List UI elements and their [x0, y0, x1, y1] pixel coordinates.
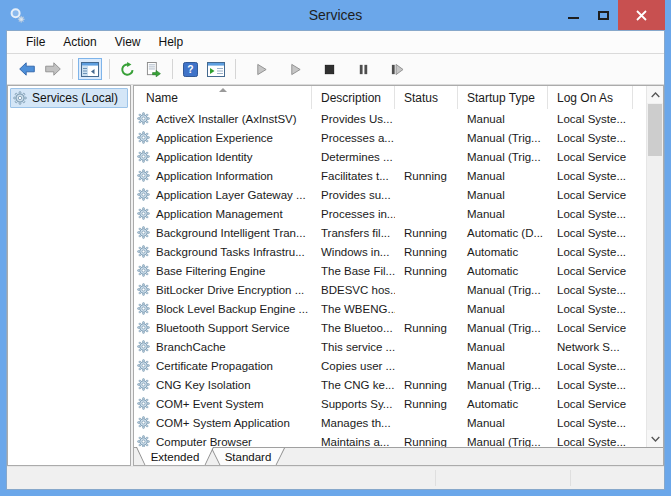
service-description: Copies user ...: [312, 356, 395, 375]
service-log-on-as: Local Syste...: [548, 223, 633, 242]
service-row[interactable]: Background Intelligent Tran...Transfers …: [134, 223, 646, 242]
column-header-description[interactable]: Description: [312, 86, 395, 109]
tab-standard[interactable]: Standard: [211, 448, 285, 466]
forward-button[interactable]: [41, 58, 65, 80]
forward-icon: [45, 62, 61, 76]
service-status: Running: [395, 261, 458, 280]
restart-service-button[interactable]: [385, 58, 409, 80]
service-row[interactable]: Computer BrowserMaintains a...RunningMan…: [134, 432, 646, 447]
service-startup-type: Manual (Trig...: [458, 128, 548, 147]
service-row[interactable]: Application IdentityDetermines ...Manual…: [134, 147, 646, 166]
back-icon: [19, 62, 35, 76]
refresh-button[interactable]: [115, 58, 139, 80]
service-row[interactable]: Application Layer Gateway ...Provides su…: [134, 185, 646, 204]
scroll-down-button[interactable]: [647, 430, 663, 447]
gear-icon: [137, 320, 152, 335]
service-row[interactable]: ActiveX Installer (AxInstSV)Provides Us.…: [134, 109, 646, 128]
sort-ascending-icon: [219, 88, 227, 92]
service-description: Processes a...: [312, 128, 395, 147]
service-log-on-as: Local Syste...: [548, 299, 633, 318]
gear-icon: [137, 244, 152, 259]
service-row[interactable]: COM+ System ApplicationManages th...Manu…: [134, 413, 646, 432]
service-name: Application Management: [156, 208, 283, 220]
service-log-on-as: Local Syste...: [548, 413, 633, 432]
service-row[interactable]: COM+ Event SystemSupports Sy...RunningAu…: [134, 394, 646, 413]
service-row[interactable]: Certificate PropagationCopies user ...Ma…: [134, 356, 646, 375]
service-description: The Base Fil...: [312, 261, 395, 280]
service-row[interactable]: BitLocker Drive Encryption ...BDESVC hos…: [134, 280, 646, 299]
gear-icon: [137, 301, 152, 316]
minimize-button[interactable]: [558, 0, 588, 30]
tree-item-services-local[interactable]: Services (Local): [10, 88, 128, 108]
stop-service-button[interactable]: [317, 58, 341, 80]
service-description: The CNG ke...: [312, 375, 395, 394]
service-status: [395, 147, 458, 166]
tree-item-label: Services (Local): [32, 91, 118, 105]
tab-extended[interactable]: Extended: [136, 447, 214, 466]
service-row[interactable]: Background Tasks Infrastru...Windows in.…: [134, 242, 646, 261]
service-row[interactable]: Application ExperienceProcesses a...Manu…: [134, 128, 646, 147]
gear-icon: [137, 168, 152, 183]
service-startup-type: Manual: [458, 337, 548, 356]
service-row[interactable]: Application ManagementProcesses in...Man…: [134, 204, 646, 223]
help-button[interactable]: ?: [178, 58, 202, 80]
scrollbar-thumb[interactable]: [648, 104, 662, 156]
vertical-scrollbar[interactable]: [646, 86, 663, 447]
menu-help[interactable]: Help: [150, 32, 193, 52]
show-console-tree-button[interactable]: [78, 58, 102, 80]
service-name: Certificate Propagation: [156, 360, 273, 372]
service-startup-type: Manual (Trig...: [458, 432, 548, 447]
gear-icon: [137, 187, 152, 202]
pause-service-button[interactable]: [351, 58, 375, 80]
column-header-status[interactable]: Status: [395, 86, 458, 109]
menu-view[interactable]: View: [106, 32, 150, 52]
tab-extended-label: Extended: [136, 447, 214, 466]
refresh-icon: [120, 62, 135, 77]
close-button[interactable]: [618, 0, 665, 30]
resume-service-button[interactable]: [283, 58, 307, 80]
service-row[interactable]: Bluetooth Support ServiceThe Bluetoo...R…: [134, 318, 646, 337]
maximize-button[interactable]: [588, 0, 618, 30]
status-bar: [7, 466, 664, 489]
stop-service-icon: [323, 63, 336, 76]
column-header-log-on-as[interactable]: Log On As: [548, 86, 633, 109]
service-log-on-as: Network S...: [548, 337, 633, 356]
service-row[interactable]: Base Filtering EngineThe Base Fil...Runn…: [134, 261, 646, 280]
toolbar-separator: [235, 59, 236, 79]
service-row[interactable]: CNG Key IsolationThe CNG ke...RunningMan…: [134, 375, 646, 394]
service-startup-type: Manual: [458, 356, 548, 375]
column-header-name[interactable]: Name: [134, 86, 312, 109]
service-startup-type: Manual (Trig...: [458, 147, 548, 166]
service-name: COM+ Event System: [156, 398, 264, 410]
service-status: [395, 337, 458, 356]
gear-icon: [137, 225, 152, 240]
back-button[interactable]: [15, 58, 39, 80]
pause-service-icon: [357, 63, 370, 76]
service-log-on-as: Local Syste...: [548, 375, 633, 394]
service-log-on-as: Local Syste...: [548, 204, 633, 223]
export-list-button[interactable]: [141, 58, 165, 80]
service-log-on-as: Local Syste...: [548, 356, 633, 375]
service-row[interactable]: BranchCacheThis service ...ManualNetwork…: [134, 337, 646, 356]
service-startup-type: Manual: [458, 413, 548, 432]
service-description: BDESVC hos...: [312, 280, 395, 299]
gear-icon: [137, 396, 152, 411]
service-name: Background Tasks Infrastru...: [156, 246, 305, 258]
scroll-up-button[interactable]: [647, 86, 663, 103]
service-name: Base Filtering Engine: [156, 265, 265, 277]
service-row[interactable]: Block Level Backup Engine ...The WBENG..…: [134, 299, 646, 318]
service-startup-type: Manual: [458, 109, 548, 128]
service-row[interactable]: Application InformationFacilitates t...R…: [134, 166, 646, 185]
gear-icon: [137, 282, 152, 297]
toolbar-separator: [172, 59, 173, 79]
menu-file[interactable]: File: [17, 32, 54, 52]
service-status: Running: [395, 223, 458, 242]
show-action-pane-button[interactable]: [204, 58, 228, 80]
tab-standard-label: Standard: [211, 448, 285, 466]
service-description: The Bluetoo...: [312, 318, 395, 337]
menu-action[interactable]: Action: [54, 32, 105, 52]
service-description: Determines ...: [312, 147, 395, 166]
client-area: File Action View Help: [6, 30, 665, 490]
start-service-button[interactable]: [249, 58, 273, 80]
column-header-startup-type[interactable]: Startup Type: [458, 86, 548, 109]
